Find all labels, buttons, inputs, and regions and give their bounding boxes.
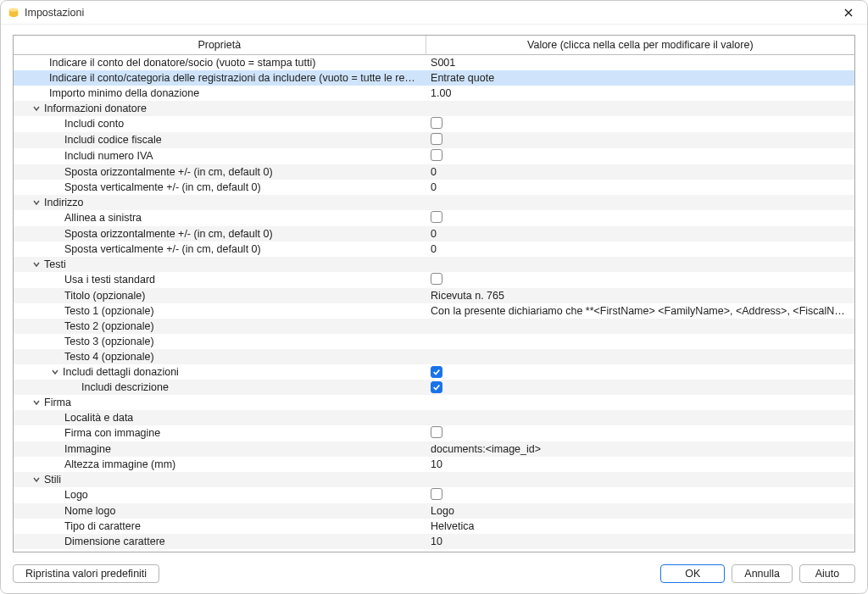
property-row[interactable]: Immaginedocuments:<image_id>	[14, 441, 854, 457]
property-row[interactable]: Testo 2 (opzionale)	[14, 319, 854, 334]
property-row[interactable]: Allinea a sinistra	[14, 210, 854, 226]
checkbox[interactable]	[431, 211, 442, 223]
property-label-cell[interactable]: Includi conto	[14, 116, 426, 131]
property-label-cell[interactable]: Titolo (opzionale)	[14, 288, 426, 303]
property-row[interactable]: Indirizzo	[14, 195, 854, 210]
chevron-down-icon[interactable]	[31, 197, 42, 208]
property-value-cell[interactable]: 0	[426, 241, 854, 257]
property-label-cell[interactable]: Allinea a sinistra	[14, 210, 426, 225]
property-label-cell[interactable]: Sposta orizzontalmente +/- (in cm, defau…	[14, 164, 426, 180]
property-row[interactable]: Sposta orizzontalmente +/- (in cm, defau…	[14, 226, 854, 241]
property-row[interactable]: Informazioni donatore	[14, 101, 854, 116]
property-label-cell[interactable]: Importo minimo della donazione	[14, 86, 426, 101]
header-value[interactable]: Valore (clicca nella cella per modificar…	[426, 36, 854, 55]
property-row[interactable]: Includi dettagli donazioni	[14, 364, 854, 380]
property-row[interactable]: Usa i testi standard	[14, 272, 854, 288]
chevron-down-icon[interactable]	[49, 366, 61, 378]
property-label-cell[interactable]: Stili	[14, 472, 426, 487]
property-value-cell[interactable]	[426, 380, 854, 395]
property-value-cell[interactable]	[426, 195, 854, 210]
checkbox[interactable]	[431, 273, 442, 285]
property-label-cell[interactable]: Includi dettagli donazioni	[14, 364, 426, 380]
property-label-cell[interactable]: Tipo di carattere	[14, 519, 426, 534]
chevron-down-icon[interactable]	[31, 474, 42, 486]
property-value-cell[interactable]	[426, 425, 854, 441]
property-label-cell[interactable]: Includi numero IVA	[14, 148, 426, 164]
property-value-cell[interactable]: Helvetica	[426, 519, 854, 534]
property-value-cell[interactable]	[426, 210, 854, 226]
property-value-cell[interactable]	[426, 257, 854, 272]
property-label-cell[interactable]: Firma	[14, 395, 426, 410]
property-value-cell[interactable]: S001	[426, 55, 854, 71]
property-row[interactable]: Località e data	[14, 410, 854, 425]
property-label-cell[interactable]: Informazioni donatore	[14, 101, 426, 116]
property-value-cell[interactable]	[426, 272, 854, 288]
property-value-cell[interactable]	[426, 116, 854, 132]
property-label-cell[interactable]: Testo 4 (opzionale)	[14, 349, 426, 364]
property-value-cell[interactable]	[426, 101, 854, 116]
checkbox[interactable]	[431, 381, 442, 393]
property-value-cell[interactable]	[426, 148, 854, 164]
property-row[interactable]: Testo 4 (opzionale)	[14, 349, 854, 364]
property-row[interactable]: Stili	[14, 472, 854, 487]
chevron-down-icon[interactable]	[31, 258, 42, 270]
property-value-cell[interactable]: 10	[426, 534, 854, 549]
property-label-cell[interactable]: Altezza immagine (mm)	[14, 457, 426, 472]
property-value-cell[interactable]: 0	[426, 226, 854, 241]
checkbox[interactable]	[431, 366, 442, 378]
property-row[interactable]: Logo	[14, 487, 854, 503]
property-label-cell[interactable]: Testi	[14, 257, 426, 272]
property-value-cell[interactable]: 0	[426, 164, 854, 180]
property-value-cell[interactable]: documents:<image_id>	[426, 441, 854, 457]
property-label-cell[interactable]: Testo 3 (opzionale)	[14, 334, 426, 349]
property-row[interactable]: Includi codice fiscale	[14, 132, 854, 148]
property-row[interactable]: Firma	[14, 395, 854, 410]
property-label-cell[interactable]: Usa i testi standard	[14, 272, 426, 287]
checkbox[interactable]	[431, 117, 442, 129]
property-label-cell[interactable]: Indicare il conto del donatore/socio (vu…	[14, 55, 426, 70]
checkbox[interactable]	[431, 488, 442, 500]
header-property[interactable]: Proprietà	[14, 36, 426, 55]
chevron-down-icon[interactable]	[31, 103, 42, 114]
cancel-button[interactable]: Annulla	[732, 564, 793, 583]
property-label-cell[interactable]: Sposta verticalmente +/- (in cm, default…	[14, 180, 426, 195]
property-label-cell[interactable]: Testo 1 (opzionale)	[14, 303, 426, 319]
property-label-cell[interactable]: Testo 2 (opzionale)	[14, 319, 426, 334]
property-row[interactable]: Sposta verticalmente +/- (in cm, default…	[14, 241, 854, 257]
ok-button[interactable]: OK	[660, 564, 725, 583]
property-label-cell[interactable]: Dimensione carattere	[14, 534, 426, 549]
property-row[interactable]: Testo 3 (opzionale)	[14, 334, 854, 349]
help-button[interactable]: Aiuto	[799, 564, 855, 583]
checkbox[interactable]	[431, 149, 442, 161]
property-row[interactable]: Includi conto	[14, 116, 854, 132]
property-value-cell[interactable]: Ricevuta n. 765	[426, 288, 854, 303]
restore-defaults-button[interactable]: Ripristina valori predefiniti	[13, 564, 159, 583]
checkbox[interactable]	[431, 426, 442, 438]
property-row[interactable]: Importo minimo della donazione1.00	[14, 86, 854, 101]
property-value-cell[interactable]	[426, 364, 854, 380]
property-label-cell[interactable]: Indicare il conto/categoria delle regist…	[14, 70, 426, 86]
property-value-cell[interactable]: 0	[426, 180, 854, 195]
property-row[interactable]: Includi descrizione	[14, 380, 854, 395]
property-row[interactable]: Indicare il conto del donatore/socio (vu…	[14, 55, 854, 71]
property-row[interactable]: Titolo (opzionale)Ricevuta n. 765	[14, 288, 854, 303]
property-row[interactable]: Altezza immagine (mm)10	[14, 457, 854, 472]
property-row[interactable]: Tipo di carattereHelvetica	[14, 519, 854, 534]
close-button[interactable]	[835, 3, 862, 22]
property-value-cell[interactable]: Con la presente dichiariamo che **<First…	[426, 303, 854, 319]
property-row[interactable]: Sposta orizzontalmente +/- (in cm, defau…	[14, 164, 854, 180]
property-value-cell[interactable]: 1.00	[426, 86, 854, 101]
property-label-cell[interactable]: Logo	[14, 487, 426, 502]
checkbox[interactable]	[431, 133, 442, 145]
property-label-cell[interactable]: Firma con immagine	[14, 425, 426, 441]
property-row[interactable]: Firma con immagine	[14, 425, 854, 441]
property-label-cell[interactable]: Includi codice fiscale	[14, 132, 426, 147]
property-value-cell[interactable]	[426, 472, 854, 487]
property-value-cell[interactable]	[426, 132, 854, 148]
chevron-down-icon[interactable]	[31, 397, 42, 408]
property-label-cell[interactable]: Includi descrizione	[14, 380, 426, 395]
property-row[interactable]: Indicare il conto/categoria delle regist…	[14, 70, 854, 86]
property-label-cell[interactable]: Immagine	[14, 441, 426, 457]
property-row[interactable]: Testi	[14, 257, 854, 272]
property-value-cell[interactable]	[426, 319, 854, 334]
